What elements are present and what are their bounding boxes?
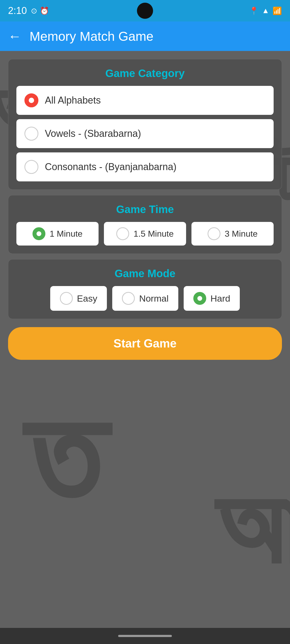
mode-hard[interactable]: Hard (184, 286, 240, 311)
time-1-minute-radio (32, 227, 45, 240)
mode-options: Easy Normal Hard (16, 286, 274, 311)
home-indicator (118, 635, 172, 637)
time-1-minute-label: 1 Minute (50, 229, 83, 239)
time-3-minute[interactable]: 3 Minute (191, 222, 274, 246)
game-mode-title: Game Mode (16, 268, 274, 280)
game-category-card: Game Category All Alphabets Vowels - (Sb… (8, 59, 282, 190)
time-1-5-minute[interactable]: 1.5 Minute (104, 222, 186, 246)
mode-easy-radio (60, 292, 73, 305)
signal-icon: 📶 (273, 6, 282, 15)
category-all-alphabets-label: All Alphabets (45, 95, 101, 106)
watermark-3: ত (27, 379, 100, 537)
mode-normal[interactable]: Normal (112, 286, 178, 311)
category-consonants-radio (24, 160, 38, 174)
watermark-4: আ (214, 465, 290, 590)
mode-hard-label: Hard (211, 293, 230, 304)
category-consonants[interactable]: Consonants - (Byanjanabarna) (16, 152, 274, 181)
game-mode-card: Game Mode Easy Normal Hard (8, 259, 282, 319)
category-vowels[interactable]: Vowels - (Sbarabarna) (16, 119, 274, 148)
location-icon: 📍 (249, 6, 259, 15)
clock-icon: ⏰ (40, 6, 49, 15)
main-content: Game Category All Alphabets Vowels - (Sb… (0, 51, 290, 368)
mode-normal-label: Normal (139, 293, 169, 304)
category-all-alphabets-radio (24, 93, 38, 107)
game-time-card: Game Time 1 Minute 1.5 Minute 3 Minute (8, 195, 282, 254)
bg-content: অ ট ত আ Game Category All Alphabets Vowe… (0, 51, 290, 644)
time-3-minute-radio (208, 227, 220, 240)
circle-icon: ⊙ (31, 6, 37, 15)
game-time-title: Game Time (16, 203, 274, 215)
status-time: 2:10 (8, 5, 27, 16)
time-1-minute[interactable]: 1 Minute (16, 222, 99, 246)
wifi-icon: ▲ (262, 6, 269, 15)
mode-hard-radio (193, 292, 206, 305)
time-options: 1 Minute 1.5 Minute 3 Minute (16, 222, 274, 246)
app-bar: ← Memory Match Game (0, 21, 290, 51)
category-consonants-label: Consonants - (Byanjanabarna) (45, 161, 176, 173)
status-bar: 2:10 ⊙ ⏰ 📍 ▲ 📶 (0, 0, 290, 21)
time-3-minute-label: 3 Minute (225, 229, 258, 239)
category-all-alphabets[interactable]: All Alphabets (16, 86, 274, 115)
category-vowels-radio (24, 127, 38, 141)
time-1-5-minute-label: 1.5 Minute (133, 229, 173, 239)
game-category-title: Game Category (16, 67, 274, 79)
app-title: Memory Match Game (30, 29, 153, 44)
mode-normal-radio (122, 292, 135, 305)
category-vowels-label: Vowels - (Sbarabarna) (45, 128, 141, 139)
time-1-5-minute-radio (116, 227, 129, 240)
back-button[interactable]: ← (8, 30, 21, 43)
mode-easy-label: Easy (77, 293, 97, 304)
camera-notch (137, 3, 153, 19)
bottom-bar (0, 628, 290, 644)
start-game-button[interactable]: Start Game (8, 327, 282, 360)
mode-easy[interactable]: Easy (50, 286, 107, 311)
